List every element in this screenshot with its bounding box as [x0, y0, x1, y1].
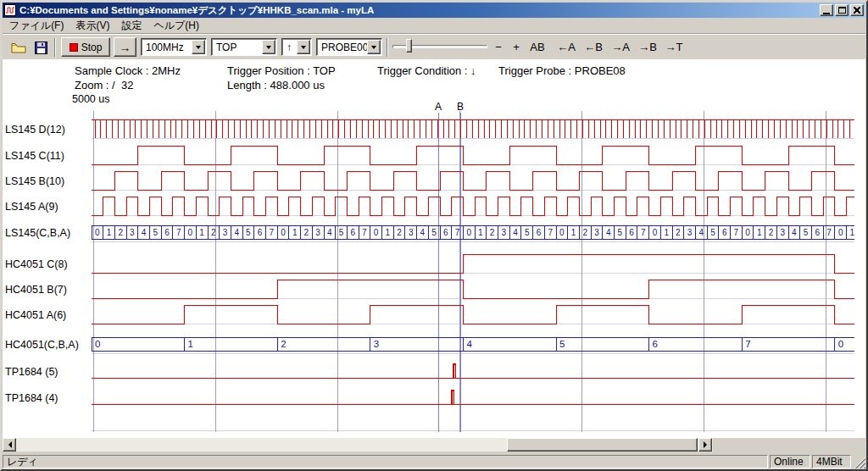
status-memory-badge: 4MBit: [812, 455, 851, 468]
toolbar-separator: [54, 38, 56, 57]
chevron-down-icon: [301, 46, 306, 52]
goto-trigger-button[interactable]: →T: [662, 38, 686, 56]
sample-clock-dropdown-button[interactable]: [192, 40, 205, 54]
trigger-edge-dropdown-button[interactable]: [297, 40, 310, 54]
set-cursor-a-button[interactable]: →A: [608, 38, 633, 56]
floppy-disk-icon: [35, 42, 47, 54]
chevron-down-icon: [266, 46, 271, 52]
goto-cursor-a-button[interactable]: ←A: [554, 38, 579, 56]
sample-clock-select[interactable]: 100MHz: [141, 38, 207, 56]
stop-square-icon: [70, 43, 78, 52]
scrollbar-thumb[interactable]: [507, 438, 698, 452]
zoom-out-button[interactable]: −: [491, 38, 506, 56]
trigger-condition-info: Trigger Condition : ↓: [377, 64, 476, 77]
sample-clock-info: Sample Clock : 2MHz: [75, 64, 181, 77]
resize-grip[interactable]: [853, 455, 865, 468]
probe-dropdown-button[interactable]: [367, 40, 381, 54]
maximize-button[interactable]: [835, 4, 849, 16]
run-arrow-icon: →: [120, 41, 131, 54]
goto-cursor-b-button[interactable]: ←B: [581, 38, 606, 56]
horizontal-scrollbar[interactable]: [3, 438, 713, 452]
waveform-app-icon: [4, 4, 16, 16]
scroll-left-button[interactable]: [3, 438, 16, 452]
save-file-button[interactable]: [31, 38, 51, 57]
scroll-right-button[interactable]: [698, 438, 712, 452]
arrow-left-icon: [5, 441, 12, 448]
probe-select[interactable]: PROBE00: [316, 38, 382, 56]
open-file-button[interactable]: [8, 38, 29, 57]
status-bar: レディ Online 4MBit: [3, 455, 865, 468]
window-title: C:¥Documents and Settings¥noname¥デスクトップ¥…: [19, 4, 374, 17]
toolbar: Stop → 100MHz TOP ↑ PROBE00 − + AB ←A ←B…: [3, 33, 865, 59]
chevron-down-icon: [371, 46, 376, 52]
set-cursor-b-button[interactable]: →B: [635, 38, 660, 56]
sample-clock-value: 100MHz: [146, 42, 184, 53]
close-button[interactable]: [850, 4, 864, 16]
trigger-probe-info: Trigger Probe : PROBE08: [498, 64, 626, 77]
maximize-icon: [838, 7, 846, 14]
stop-label: Stop: [81, 42, 103, 53]
status-ready: レディ: [3, 455, 768, 468]
stop-button[interactable]: Stop: [61, 37, 110, 57]
minimize-icon: [823, 13, 830, 14]
trigger-position-dropdown-button[interactable]: [262, 40, 275, 54]
minimize-button[interactable]: [820, 4, 833, 16]
menu-file[interactable]: ファイル(F): [3, 18, 70, 34]
ab-button[interactable]: AB: [526, 38, 548, 56]
waveform-client-area: [3, 59, 865, 438]
chevron-down-icon: [196, 46, 201, 52]
length-info: Length : 488.000 us: [227, 79, 325, 91]
zoom-slider[interactable]: [392, 39, 487, 53]
zoom-in-button[interactable]: +: [509, 38, 524, 56]
close-icon: [854, 7, 860, 14]
probe-value: PROBE00: [321, 42, 368, 53]
arrow-right-icon: [704, 441, 710, 448]
folder-open-icon: [11, 42, 27, 53]
menu-settings[interactable]: 設定: [115, 18, 147, 34]
trigger-position-value: TOP: [216, 42, 236, 53]
zoom-slider-thumb[interactable]: [406, 39, 412, 53]
title-bar[interactable]: C:¥Documents and Settings¥noname¥デスクトップ¥…: [3, 3, 865, 18]
trigger-position-info: Trigger Position : TOP: [227, 64, 336, 77]
menu-help[interactable]: ヘルプ(H): [147, 18, 205, 34]
trigger-edge-select[interactable]: ↑: [281, 38, 312, 56]
menu-view[interactable]: 表示(V): [70, 18, 115, 34]
menu-bar: ファイル(F) 表示(V) 設定 ヘルプ(H): [3, 18, 865, 33]
trigger-edge-value: ↑: [287, 42, 292, 53]
run-button[interactable]: →: [114, 37, 136, 57]
zoom-info: Zoom : / 32: [75, 79, 133, 91]
status-online-badge: Online: [770, 455, 810, 468]
toolbar-separator: [387, 38, 388, 57]
trigger-position-select[interactable]: TOP: [211, 38, 277, 56]
